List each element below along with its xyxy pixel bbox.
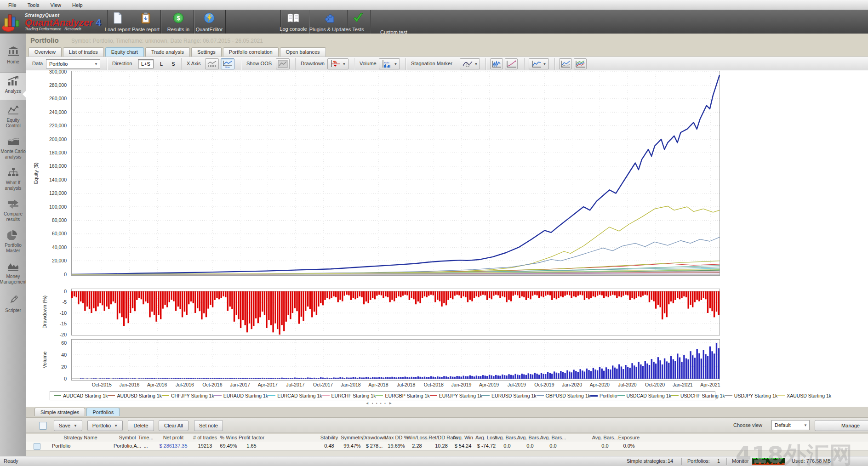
- status-simple-strategies-value: 14: [668, 458, 673, 464]
- tests-icon: [352, 12, 364, 26]
- compare-lines-button[interactable]: [559, 58, 572, 69]
- portfolio-button[interactable]: Portfolio▼: [87, 420, 123, 431]
- x-axis-time-button[interactable]: time: [221, 58, 234, 69]
- legend-label: CHFJPY Starting 1k: [171, 393, 214, 398]
- column-header-17[interactable]: Avg. Bars...: [529, 435, 577, 440]
- tab-portfolio-correlation[interactable]: Portfolio correlation: [223, 47, 279, 57]
- sidebar-item-equity-control[interactable]: Equity Control: [0, 102, 26, 131]
- bottom-tabs: Simple strategiesPortfolios: [34, 408, 120, 416]
- clear-all-button[interactable]: Clear All: [159, 420, 188, 431]
- legend-label: EURCAD Starting 1k: [277, 393, 322, 398]
- x-axis-tick-label: Jul-2018: [391, 382, 421, 387]
- equity-style-smooth-button[interactable]: [505, 58, 518, 69]
- tab-list-of-trades[interactable]: List of trades: [63, 47, 104, 57]
- set-note-button[interactable]: Set note: [194, 420, 223, 431]
- status-simple-strategies-label: Simple strategies:: [627, 458, 667, 464]
- resource-monitor-graph[interactable]: [752, 458, 785, 465]
- chevron-down-icon: ▼: [543, 62, 547, 66]
- chevron-down-icon: ▼: [474, 62, 478, 66]
- legend-swatch: [108, 395, 115, 396]
- sidebar-item-scripter[interactable]: Scripter: [0, 292, 26, 320]
- line-chart-icon: [531, 60, 542, 68]
- sidebar-item-money-management[interactable]: Money Management: [0, 258, 26, 290]
- manage-button[interactable]: Manage: [815, 420, 868, 431]
- toolbar-button-label: Plugins & Updates: [309, 27, 351, 32]
- svg-text:time: time: [225, 66, 230, 68]
- legend-item-audcad: AUDCAD Starting 1k: [54, 393, 108, 398]
- show-oos-button[interactable]: [276, 58, 290, 69]
- menu-file[interactable]: File: [3, 1, 22, 9]
- sidebar-item-home[interactable]: Home: [0, 44, 26, 71]
- tab-settings[interactable]: Settings: [191, 47, 222, 57]
- direction-label: Direction: [112, 61, 132, 66]
- select-all-checkbox[interactable]: [39, 422, 47, 430]
- choose-view-select[interactable]: Default▼: [771, 420, 810, 430]
- toolbar-button-label: Results in: [167, 27, 189, 32]
- column-header-6[interactable]: Profit factor: [228, 435, 275, 440]
- volume-plot[interactable]: [71, 339, 720, 381]
- chart-type-button[interactable]: ▼: [529, 58, 549, 69]
- menu-tools[interactable]: Tools: [22, 1, 45, 9]
- legend-scroll-pager[interactable]: ◄ ▪ ▪ ▪ ▪ ►: [356, 401, 402, 405]
- direction-option-s[interactable]: S: [168, 59, 178, 68]
- sidebar-item-label: Home: [7, 59, 19, 65]
- x-axis-tick-label: Apr-2018: [363, 382, 394, 387]
- log-console-icon: [287, 12, 300, 25]
- drawdown-mode-button[interactable]: % ▼: [327, 58, 348, 69]
- legend-label: XAUUSD Starting 1k: [787, 393, 831, 398]
- equity-plot[interactable]: [71, 71, 720, 276]
- volume-axis-title: Volume: [42, 330, 47, 390]
- legend-label: EURGBP Starting 1k: [385, 393, 429, 398]
- quanteditor-button[interactable]: QuantEditor: [189, 10, 229, 34]
- sidebar-item-portfolio-master[interactable]: Portfolio Master: [0, 227, 26, 256]
- quantanalyzer-window: FileToolsViewHelp StrategyQuant QuantAna…: [0, 0, 868, 466]
- spike-chart-icon: [491, 60, 502, 68]
- what-if-icon: [7, 167, 19, 179]
- portfolio-master-icon: [7, 230, 19, 242]
- data-select[interactable]: Portfolio▼: [46, 59, 100, 68]
- legend-item-eurjpy: EURJPY Starting 1k: [430, 393, 482, 398]
- save-button[interactable]: Save▼: [54, 420, 82, 431]
- column-header-0[interactable]: Strategy Name: [57, 435, 104, 440]
- equity-ytick-label: 280,000: [38, 82, 67, 88]
- equity-style-spike-button[interactable]: [490, 58, 503, 69]
- stagnation-marker-button[interactable]: ▼: [460, 58, 480, 69]
- direction-option-l[interactable]: L: [156, 59, 166, 68]
- column-header-19[interactable]: Exposure: [605, 435, 653, 440]
- direction-option-ls[interactable]: L+S: [138, 59, 154, 68]
- bottom-tab-portfolios[interactable]: Portfolios: [86, 408, 120, 416]
- page-title: Portfolio: [30, 36, 59, 44]
- tab-overview[interactable]: Overview: [29, 47, 62, 57]
- menu-bar: FileToolsViewHelp: [0, 0, 868, 10]
- equity-ytick-label: 300,000: [38, 69, 67, 74]
- strategies-table-row[interactable]: PortfolioPortfolio,A......$ 286137.35192…: [26, 442, 868, 451]
- oos-chart-icon: [278, 60, 288, 68]
- sidebar-item-what-if-analysis[interactable]: What If analysis: [0, 165, 26, 194]
- menu-view[interactable]: View: [45, 1, 67, 9]
- delete-button[interactable]: Delete: [128, 420, 154, 431]
- x-axis-tick-label: Apr-2016: [142, 382, 172, 387]
- sidebar-item-compare-results[interactable]: Compare results: [0, 196, 26, 225]
- chart-controls-bar: Data Portfolio▼ Direction L+S L S X Axis…: [26, 57, 868, 70]
- tab-open-balances[interactable]: Open balances: [280, 47, 326, 57]
- legend-item-euraud: EURAUD Starting 1k: [214, 393, 268, 398]
- legend-label: EURAUD Starting 1k: [223, 393, 268, 398]
- money-management-icon: [7, 261, 19, 273]
- sidebar-item-monte-carlo-analysis[interactable]: Monte Carlo analysis: [0, 133, 26, 163]
- legend-item-xauusd: XAUUSD Starting 1k: [777, 393, 831, 398]
- multi-lines-chart-icon: [575, 60, 585, 68]
- chevron-down-icon: ▼: [94, 62, 98, 66]
- legend-swatch: [54, 395, 61, 396]
- row-checkbox[interactable]: [34, 443, 40, 450]
- bottom-tab-simple-strategies[interactable]: Simple strategies: [34, 408, 85, 416]
- tab-trade-analysis[interactable]: Trade analysis: [145, 47, 190, 57]
- multi-lines-button[interactable]: [574, 58, 587, 69]
- legend-label: USDJPY Starting 1k: [734, 393, 777, 398]
- tab-equity-chart[interactable]: Equity chart: [105, 47, 144, 57]
- x-axis-trades-button[interactable]: [205, 58, 219, 69]
- volume-mode-button[interactable]: auto ▼: [379, 58, 400, 69]
- tests-button[interactable]: Tests: [347, 10, 369, 34]
- scripter-icon: [7, 295, 19, 307]
- menu-help[interactable]: Help: [67, 1, 88, 9]
- drawdown-plot[interactable]: [71, 289, 720, 335]
